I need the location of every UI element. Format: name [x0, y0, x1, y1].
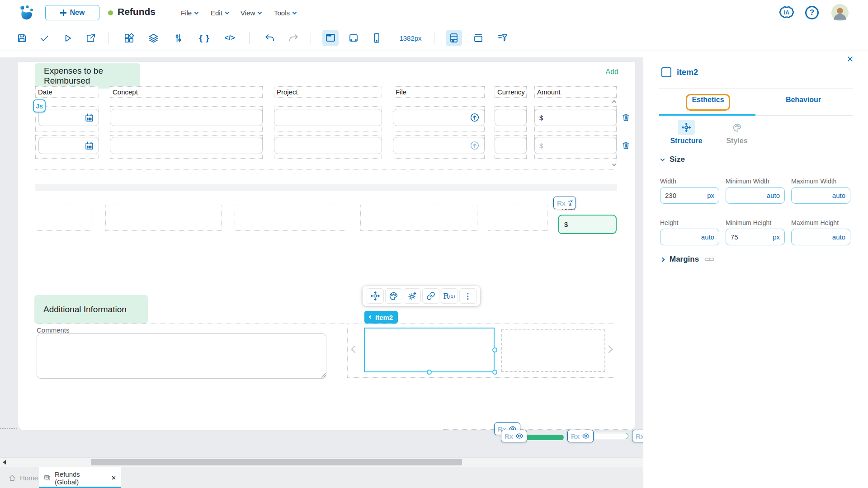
tablet-view-button[interactable] [345, 30, 362, 46]
more-tools-button[interactable] [459, 288, 476, 304]
carousel-item[interactable] [501, 329, 605, 372]
resize-handle-icon[interactable] [321, 373, 326, 378]
carousel-item-selected[interactable] [364, 328, 495, 372]
amount-input[interactable] [546, 114, 612, 122]
size-section-toggle[interactable]: Size [661, 155, 685, 164]
tab-close-button[interactable] [111, 475, 116, 480]
date-input[interactable] [43, 142, 82, 150]
link-tool-button[interactable] [422, 288, 439, 304]
resize-handle-right[interactable] [492, 347, 497, 352]
min-height-input[interactable] [731, 233, 773, 241]
filter-button[interactable] [495, 30, 511, 46]
empty-cell[interactable] [235, 205, 347, 231]
rx-visibility-badge[interactable]: Rx [567, 430, 594, 442]
app-logo-icon[interactable] [16, 5, 36, 22]
comments-textarea[interactable] [37, 333, 326, 379]
max-width-input[interactable] [796, 192, 832, 199]
calendar-icon[interactable] [85, 141, 94, 150]
total-input[interactable] [568, 221, 610, 229]
carousel-prev-button[interactable] [349, 344, 360, 356]
menu-edit[interactable]: Edit [211, 7, 229, 18]
calendar-icon[interactable] [85, 113, 94, 122]
empty-cell[interactable] [488, 205, 547, 231]
date-input[interactable] [43, 114, 82, 122]
project-input[interactable] [279, 114, 377, 122]
js-event-badge[interactable]: Js [33, 99, 46, 113]
undo-button[interactable] [261, 30, 278, 46]
resize-handle-bottom[interactable] [427, 370, 432, 375]
tab-refunds-global[interactable]: Refunds (Global) [39, 467, 121, 488]
expenses-grid[interactable]: Date Concept Project File Currency Amoun… [35, 86, 617, 170]
project-input[interactable] [279, 142, 377, 150]
redo-button[interactable] [285, 30, 302, 46]
scroll-left-arrow-icon[interactable] [3, 460, 6, 465]
concept-input[interactable] [115, 114, 258, 122]
structure-tool-button[interactable] [367, 288, 384, 304]
scrollbar-thumb[interactable] [91, 459, 462, 465]
panel-view-button[interactable] [446, 30, 462, 46]
min-height-unit[interactable]: px [773, 233, 780, 241]
amount-input[interactable] [546, 142, 612, 150]
tab-home[interactable]: Home [8, 467, 38, 488]
delete-row-button[interactable] [621, 141, 631, 150]
braces-button[interactable] [196, 30, 212, 46]
grid-scroll-down-icon[interactable] [612, 162, 617, 166]
width-input[interactable] [665, 192, 707, 199]
section-additional-heading[interactable]: Additional Information [34, 295, 148, 324]
rx-visibility-badge[interactable]: Rx [632, 430, 643, 442]
carousel-next-button[interactable] [604, 344, 614, 356]
column-header-project[interactable]: Project [274, 86, 382, 98]
form-artboard[interactable]: Expenses to be Reimbursed Add Date Conce… [18, 62, 635, 430]
new-button[interactable]: New [45, 5, 99, 20]
run-button[interactable] [59, 30, 75, 46]
section-expenses-heading[interactable]: Expenses to be Reimbursed [35, 63, 140, 89]
currency-input[interactable] [500, 114, 522, 122]
menu-tools[interactable]: Tools [274, 7, 296, 18]
column-header-date[interactable]: Date [35, 86, 99, 98]
source-code-button[interactable] [222, 30, 238, 46]
phone-view-button[interactable] [368, 30, 385, 46]
min-width-input[interactable] [731, 192, 767, 199]
delete-row-button[interactable] [621, 113, 631, 122]
canvas-width-value[interactable]: 1382px [392, 34, 429, 42]
tab-behaviour[interactable]: Behaviour [767, 96, 840, 104]
empty-cell[interactable] [105, 205, 222, 231]
element-checkbox[interactable] [661, 67, 671, 77]
column-header-amount[interactable]: Amount [534, 86, 617, 98]
save-button[interactable] [14, 30, 30, 46]
grid-scroll-up-icon[interactable] [612, 100, 617, 105]
chain-link-icon[interactable] [704, 254, 714, 264]
empty-cell[interactable] [360, 205, 477, 231]
carousel-container[interactable] [347, 324, 616, 378]
height-input[interactable] [665, 233, 701, 241]
width-unit[interactable]: px [707, 192, 714, 199]
file-input[interactable] [398, 114, 467, 122]
column-header-file[interactable]: File [393, 86, 485, 98]
formula-tool-button[interactable] [441, 288, 458, 304]
rx-visibility-badge[interactable]: Rx [501, 430, 527, 442]
ai-assistant-button[interactable]: IA [778, 5, 795, 21]
widgets-button[interactable] [121, 30, 137, 46]
column-header-currency[interactable]: Currency [495, 86, 527, 98]
rx-formula-badge[interactable]: Rx −xa̲ [553, 197, 576, 209]
currency-input[interactable] [500, 142, 522, 150]
menu-view[interactable]: View [241, 7, 261, 18]
upload-icon[interactable] [470, 113, 480, 122]
panel-close-button[interactable] [847, 53, 858, 64]
max-height-input[interactable] [796, 233, 832, 241]
properties-tool-button[interactable] [404, 288, 421, 304]
validate-button[interactable] [36, 30, 52, 46]
subtab-styles[interactable]: Styles [712, 120, 762, 145]
user-avatar[interactable] [831, 4, 849, 21]
max-width-unit[interactable]: auto [832, 192, 845, 199]
column-header-concept[interactable]: Concept [110, 86, 263, 98]
max-height-unit[interactable]: auto [832, 233, 845, 241]
grid-add-button[interactable]: Add [597, 68, 618, 76]
variables-button[interactable] [170, 30, 186, 46]
layers-button[interactable] [145, 30, 161, 46]
subtab-structure[interactable]: Structure [661, 120, 711, 145]
styles-tool-button[interactable] [385, 288, 402, 304]
help-button[interactable]: ? [804, 5, 820, 21]
window-view-button[interactable] [470, 30, 486, 46]
file-input[interactable] [398, 142, 467, 150]
